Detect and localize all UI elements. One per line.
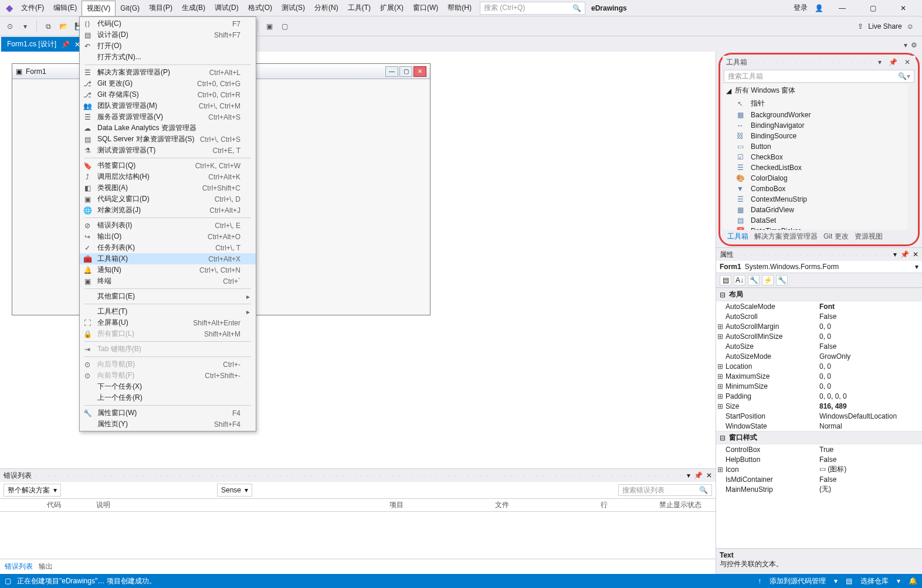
property-category[interactable]: ⊟窗口样式: [716, 431, 922, 444]
tab-solution-explorer[interactable]: 解决方案资源管理器: [754, 232, 818, 242]
maximize-button[interactable]: ▢: [861, 4, 884, 12]
feedback-icon[interactable]: ☺: [907, 22, 914, 30]
pin-icon[interactable]: 📌: [694, 471, 703, 480]
toolbox-item[interactable]: ⛓ BindingSource: [723, 131, 916, 141]
menu-window[interactable]: 窗口(W): [408, 1, 443, 15]
view-menu-item[interactable]: ⟨⟩ 代码(C) F7: [80, 18, 256, 29]
menu-analyze[interactable]: 分析(N): [310, 1, 343, 15]
menu-view[interactable]: 视图(V): [82, 1, 116, 16]
property-row[interactable]: WindowStateNormal: [716, 421, 922, 431]
bring-front-icon[interactable]: ▣: [263, 20, 276, 33]
property-row[interactable]: AutoScaleModeFont: [716, 301, 922, 311]
tab-git-changes[interactable]: Git 更改: [823, 232, 849, 242]
wrench-icon[interactable]: 🔧: [776, 275, 788, 285]
view-menu-item[interactable]: ☰ 服务器资源管理器(V) Ctrl+Alt+S: [80, 111, 256, 123]
liveshare-label[interactable]: Live Share: [868, 22, 901, 30]
props-icon[interactable]: 🔧: [748, 275, 760, 285]
view-menu-item[interactable]: 🔖 书签窗口(Q) Ctrl+K, Ctrl+W: [80, 160, 256, 171]
form-maximize-button[interactable]: ▢: [399, 66, 412, 77]
source-control-link[interactable]: 添加到源代码管理: [770, 576, 826, 586]
pin-icon[interactable]: 📌: [61, 40, 70, 49]
toolbox-item[interactable]: ▼ ComboBox: [723, 183, 916, 194]
view-menu-item[interactable]: ⤴ 调用层次结构(H) Ctrl+Alt+K: [80, 171, 256, 182]
view-menu-item[interactable]: 属性页(Y) Shift+F4: [80, 419, 256, 430]
user-icon[interactable]: 👤: [815, 4, 823, 12]
property-row[interactable]: AutoScrollFalse: [716, 311, 922, 321]
toolbox-item[interactable]: ↖ 指针: [723, 97, 916, 110]
tab-resource-view[interactable]: 资源视图: [855, 232, 883, 242]
view-menu-item[interactable]: ☁ Data Lake Analytics 资源管理器: [80, 123, 256, 134]
menu-help[interactable]: 帮助(H): [443, 1, 476, 15]
chevron-down-icon[interactable]: ▾: [915, 263, 918, 271]
tab-output[interactable]: 输出: [39, 562, 53, 572]
panel-dropdown-icon[interactable]: ▾: [687, 471, 690, 480]
doc-tab-form1[interactable]: Form1.cs [设计] 📌 ✕: [1, 37, 86, 52]
toolbox-item[interactable]: ▭ Button: [723, 141, 916, 152]
toolbox-item[interactable]: ▦ BackgroundWorker: [723, 110, 916, 120]
col-code[interactable]: 代码: [47, 500, 61, 510]
view-menu-item[interactable]: 打开方式(N)...: [80, 52, 256, 63]
menu-test[interactable]: 测试(S): [277, 1, 310, 15]
quicklaunch-search[interactable]: 搜索 (Ctrl+Q) 🔍: [480, 2, 585, 15]
view-menu-item[interactable]: 工具栏(T) ▸: [80, 306, 256, 317]
view-menu-item[interactable]: ⊘ 错误列表(I) Ctrl+\, E: [80, 220, 256, 231]
pin-icon[interactable]: 📌: [900, 250, 909, 259]
property-row[interactable]: ⊞AutoScrollMinSize0, 0: [716, 331, 922, 341]
property-row[interactable]: ⊞MaximumSize0, 0: [716, 371, 922, 381]
view-menu-item[interactable]: 🔔 通知(N) Ctrl+\, Ctrl+N: [80, 264, 256, 276]
minimize-button[interactable]: —: [831, 4, 854, 12]
toolbox-item[interactable]: 📅 DateTimePicker: [723, 226, 916, 230]
view-menu-item[interactable]: ☰ 解决方案资源管理器(P) Ctrl+Alt+L: [80, 67, 256, 78]
view-menu-item[interactable]: 上一个任务(R): [80, 392, 256, 403]
intellisense-combo[interactable]: Sense ▾: [217, 484, 252, 497]
view-menu-item[interactable]: ▤ SQL Server 对象资源管理器(S) Ctrl+\, Ctrl+S: [80, 134, 256, 145]
close-button[interactable]: ✕: [892, 4, 915, 12]
property-row[interactable]: ⊞AutoScrollMargin0, 0: [716, 321, 922, 331]
view-menu-item[interactable]: 🌐 对象浏览器(J) Ctrl+Alt+J: [80, 205, 256, 216]
view-menu-item[interactable]: ↪ 输出(O) Ctrl+Alt+O: [80, 231, 256, 242]
menu-project[interactable]: 项目(P): [144, 1, 177, 15]
login-link[interactable]: 登录: [794, 3, 808, 13]
view-menu-item[interactable]: ▣ 终端 Ctrl+`: [80, 276, 256, 287]
view-menu-item[interactable]: ⚗ 测试资源管理器(T) Ctrl+E, T: [80, 145, 256, 156]
property-row[interactable]: MainMenuStrip(无): [716, 484, 922, 494]
property-row[interactable]: ⊞Padding0, 0, 0, 0: [716, 391, 922, 401]
toolbox-item[interactable]: ↔ BindingNavigator: [723, 120, 916, 131]
tab-toolbox[interactable]: 工具箱: [727, 232, 748, 242]
forward-icon[interactable]: ▾: [19, 20, 32, 33]
form-close-button[interactable]: ✕: [413, 66, 426, 77]
alphabetize-icon[interactable]: A↓: [734, 275, 745, 285]
panel-dropdown-icon[interactable]: ▾: [876, 58, 883, 66]
new-icon[interactable]: ⧉: [42, 20, 55, 33]
toolbox-item[interactable]: ☰ CheckedListBox: [723, 162, 916, 173]
view-menu-item[interactable]: ↶ 打开(O): [80, 40, 256, 52]
view-menu-item[interactable]: ⎇ Git 更改(G) Ctrl+0, Ctrl+G: [80, 78, 256, 89]
toolbox-search[interactable]: 搜索工具箱 🔍 ▾: [724, 70, 914, 83]
errorlist-search[interactable]: 搜索错误列表 🔍: [618, 484, 712, 496]
menu-format[interactable]: 格式(O): [243, 1, 277, 15]
close-panel-icon[interactable]: ✕: [903, 58, 912, 66]
view-menu-item[interactable]: ✓ 任务列表(K) Ctrl+\, T: [80, 242, 256, 253]
close-panel-icon[interactable]: ✕: [706, 471, 712, 480]
open-icon[interactable]: 📂: [57, 20, 70, 33]
toolbox-item[interactable]: ▤ DataSet: [723, 215, 916, 226]
toolbox-item[interactable]: ☰ ContextMenuStrip: [723, 194, 916, 205]
tab-dropdown-icon[interactable]: ▾: [904, 41, 907, 49]
property-row[interactable]: ControlBoxTrue: [716, 444, 922, 454]
menu-build[interactable]: 生成(B): [177, 1, 210, 15]
col-file[interactable]: 文件: [495, 500, 565, 510]
view-menu-item[interactable]: 👥 团队资源管理器(M) Ctrl+\, Ctrl+M: [80, 100, 256, 111]
scope-combo[interactable]: 整个解决方案 ▾: [4, 484, 61, 497]
search-dropdown-icon[interactable]: ▾: [907, 72, 910, 80]
properties-subject[interactable]: Form1 System.Windows.Forms.Form ▾: [716, 261, 922, 273]
menu-file[interactable]: 文件(F): [16, 1, 49, 15]
view-menu-item[interactable]: ⛶ 全屏幕(U) Shift+Alt+Enter: [80, 317, 256, 328]
repo-select-link[interactable]: 选择仓库: [860, 576, 889, 586]
view-menu-item[interactable]: 下一个任务(X): [80, 381, 256, 392]
menu-extensions[interactable]: 扩展(X): [375, 1, 408, 15]
property-row[interactable]: ⊞Icon▭ (图标): [716, 464, 922, 474]
view-menu-item[interactable]: 🧰 工具箱(X) Ctrl+Alt+X: [80, 253, 256, 264]
property-row[interactable]: ⊞MinimumSize0, 0: [716, 381, 922, 391]
col-suppress[interactable]: 禁止显示状态: [659, 500, 712, 510]
tab-errorlist[interactable]: 错误列表: [5, 562, 33, 572]
